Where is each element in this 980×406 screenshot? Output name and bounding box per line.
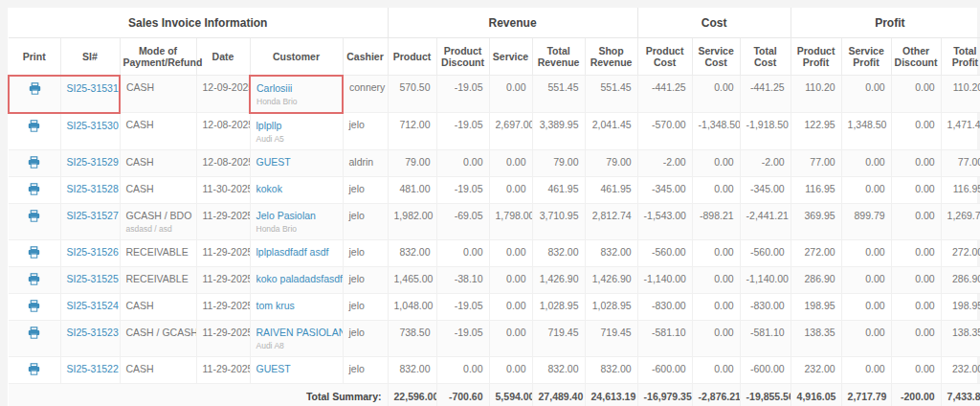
value-cell-product: 570.50 [388, 76, 436, 113]
print-button[interactable] [28, 366, 40, 377]
value-cell-product-discount: -19.05 [436, 76, 489, 113]
si-cell: SI25-31523 [60, 320, 120, 356]
customer-cell: lplplasdfadf asdf [250, 239, 343, 266]
customer-cell: lplpllpAudi A5 [250, 113, 343, 150]
value-cell-service-profit: 0.00 [841, 320, 891, 356]
value-cell-product-discount: -19.05 [436, 176, 489, 203]
print-button[interactable] [28, 329, 40, 341]
customer-link[interactable]: GUEST [256, 363, 291, 374]
value-cell-product: 832.00 [388, 356, 436, 383]
customer-link[interactable]: lplpllp [256, 120, 282, 131]
value-cell-product-profit: 122.95 [791, 113, 841, 150]
value-cell-total-revenue: 832.00 [532, 356, 585, 383]
value-cell-service-profit: 899.79 [841, 203, 891, 239]
customer-link[interactable]: lplplasdfadf asdf [256, 246, 329, 258]
value-cell-product-discount: -69.05 [436, 203, 489, 239]
si-link[interactable]: SI25-31524 [67, 300, 119, 311]
value-cell-service: 0.00 [489, 239, 532, 266]
value-cell-product-profit: 286.90 [791, 266, 841, 293]
summary-product-cost: -16,979.35 [637, 383, 692, 406]
customer-link[interactable]: Jelo Pasiolan [256, 210, 316, 221]
print-button[interactable] [28, 159, 40, 170]
value-cell-shop-revenue: 1,426.90 [585, 266, 637, 293]
cashier-cell: jelo [343, 176, 388, 203]
print-button[interactable] [29, 85, 41, 97]
vehicle-label: Audi A8 [256, 341, 337, 350]
print-cell [9, 320, 60, 356]
date-cell: 11-29-2025 [196, 203, 250, 239]
customer-link[interactable]: koko paladadsfasdf [256, 273, 343, 284]
summary-total-revenue: 27,489.40 [532, 383, 585, 406]
col-header-mode-of-payment-refund: Mode of Payment/Refund [120, 38, 196, 76]
printer-icon [28, 246, 40, 259]
print-button[interactable] [28, 276, 40, 287]
value-cell-other-discount: 0.00 [891, 176, 941, 203]
value-cell-total-revenue: 719.45 [532, 320, 585, 356]
value-cell-shop-revenue: 1,028.95 [585, 293, 637, 320]
printer-icon [28, 156, 40, 169]
summary-service-profit: 2,717.79 [841, 383, 891, 406]
col-header-product-cost: Product Cost [637, 38, 692, 76]
print-button[interactable] [28, 186, 40, 197]
value-cell-total-cost: -2.00 [740, 149, 791, 176]
mode-cell: CASH [120, 149, 196, 176]
value-cell-product-profit: 198.95 [791, 293, 841, 320]
col-header-total-cost: Total Cost [740, 38, 791, 76]
customer-cell: RAIVEN PASIOLANAudi A8 [250, 320, 343, 356]
customer-link[interactable]: RAIVEN PASIOLAN [256, 327, 344, 338]
value-cell-service: 0.00 [489, 293, 532, 320]
si-link[interactable]: SI25-31522 [67, 363, 119, 374]
summary-total-profit: 7,433.84 [941, 383, 980, 406]
value-cell-product-cost: -830.00 [637, 293, 692, 320]
si-link[interactable]: SI25-31529 [67, 156, 119, 168]
value-cell-service-cost: 0.00 [692, 356, 740, 383]
print-button[interactable] [28, 123, 40, 134]
total-summary-label: Total Summary: [9, 383, 388, 406]
si-cell: SI25-31525 [60, 266, 120, 293]
cashier-cell: jelo [343, 266, 388, 293]
vehicle-label: Honda Brio [256, 224, 337, 234]
mode-cell: CASH [120, 76, 196, 113]
value-cell-total-revenue: 461.95 [532, 176, 585, 203]
print-button[interactable] [28, 213, 40, 224]
customer-link[interactable]: Carlosiii [256, 82, 292, 94]
si-link[interactable]: SI25-31526 [67, 246, 119, 258]
mode-cell: CASH [120, 176, 196, 203]
date-cell: 12-08-2025 [196, 149, 250, 176]
cashier-cell: jelo [343, 113, 388, 150]
value-cell-total-cost: -600.00 [740, 356, 791, 383]
printer-icon [28, 363, 40, 375]
customer-link[interactable]: tom krus [256, 300, 295, 311]
si-link[interactable]: SI25-31527 [67, 210, 119, 221]
vehicle-label: Honda Brio [256, 97, 336, 106]
si-link[interactable]: SI25-31530 [67, 120, 119, 131]
date-cell: 11-29-2025 [196, 356, 250, 383]
value-cell-product-cost: -1,140.00 [637, 266, 692, 293]
print-cell [9, 203, 60, 239]
print-button[interactable] [28, 249, 40, 260]
si-link[interactable]: SI25-31523 [67, 327, 119, 338]
value-cell-product-profit: 369.95 [791, 203, 841, 239]
value-cell-other-discount: 0.00 [891, 76, 941, 113]
si-cell: SI25-31527 [60, 203, 120, 239]
print-button[interactable] [28, 303, 40, 314]
mode-label: CASH [126, 81, 190, 93]
si-link[interactable]: SI25-31528 [67, 183, 119, 194]
si-link[interactable]: SI25-31525 [67, 273, 119, 284]
col-header-total-revenue: Total Revenue [532, 38, 585, 76]
value-cell-total-profit: 1,471.45 [941, 113, 980, 150]
value-cell-service-cost: -1,348.50 [692, 113, 740, 150]
value-cell-shop-revenue: 719.45 [585, 320, 637, 356]
customer-link[interactable]: GUEST [256, 156, 291, 168]
customer-link[interactable]: kokok [256, 183, 282, 194]
value-cell-service-cost: 0.00 [692, 320, 740, 356]
mode-cell: CASH [120, 356, 196, 383]
group-header-row: Sales Invoice InformationRevenueCostProf… [9, 8, 980, 38]
invoice-row: SI25-31524CASH11-29-2025tom krusjelo1,04… [9, 293, 980, 320]
mode-label: CASH / GCASH [126, 327, 190, 338]
total-summary-row: Total Summary:22,596.00-700.605,594.0027… [9, 383, 980, 406]
si-link[interactable]: SI25-31531 [67, 82, 119, 94]
date-cell: 11-30-2025 [196, 176, 250, 203]
value-cell-total-cost: -560.00 [740, 239, 791, 266]
si-cell: SI25-31524 [60, 293, 120, 320]
